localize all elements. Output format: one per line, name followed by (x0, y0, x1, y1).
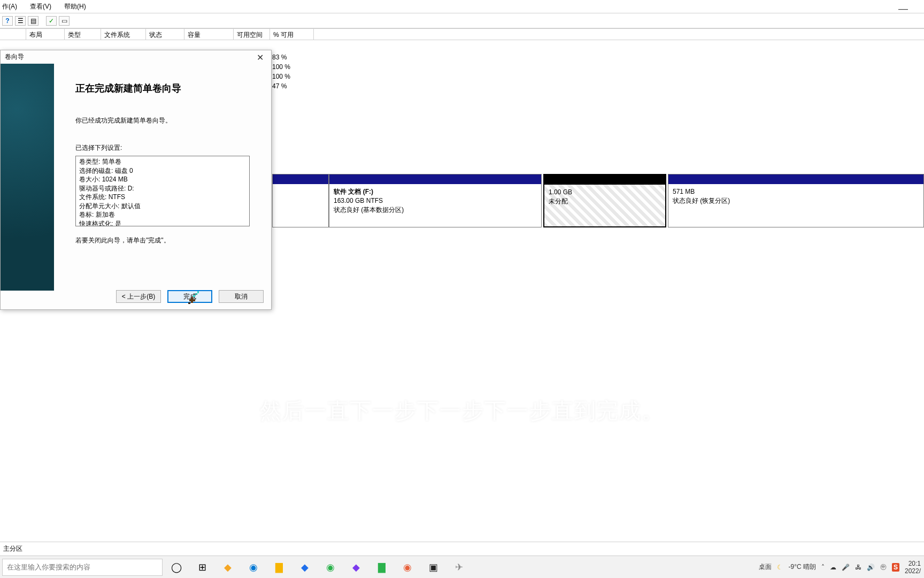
menu-action[interactable]: 作(A) (0, 0, 19, 13)
partition-unknown-left[interactable] (272, 174, 329, 227)
task-view-icon[interactable]: ⊞ (196, 561, 209, 574)
app-icon[interactable]: ✈ (452, 561, 465, 574)
app-icon[interactable]: ◆ (221, 561, 234, 574)
partition-unallocated[interactable]: 1.00 GB 未分配 (543, 174, 666, 227)
taskbar-pinned-apps: ◯ ⊞ ◆ ◉ ▇ ◆ ◉ ◆ ▇ ◉ ▣ ✈ (170, 561, 465, 574)
wizard-settings-label: 已选择下列设置: (75, 143, 258, 153)
app-icon[interactable]: ◉ (324, 561, 337, 574)
cortana-icon[interactable]: ◯ (170, 561, 183, 574)
col-type[interactable]: 类型 (65, 29, 101, 40)
window-minimize[interactable]: — (898, 3, 908, 14)
list-icon[interactable]: ☰ (15, 16, 26, 26)
col-pctfree[interactable]: % 可用 (270, 29, 314, 40)
desktop-label[interactable]: 桌面 (759, 562, 772, 572)
partition-f-title: 软件 文档 (F:) (334, 187, 537, 196)
details-icon[interactable]: ▤ (28, 16, 38, 26)
check-icon[interactable]: ✓ (46, 16, 57, 26)
legend-primary-partition: 主分区 (0, 542, 924, 556)
partition-recovery-size: 571 MB (673, 187, 919, 196)
wizard-success-text: 你已经成功完成新建简单卷向导。 (75, 116, 258, 125)
col-blank[interactable] (0, 29, 26, 40)
setting-line: 分配单元大小: 默认值 (79, 202, 246, 211)
setting-line: 卷类型: 简单卷 (79, 157, 246, 166)
firefox-icon[interactable]: ◉ (401, 561, 414, 574)
system-tray: 桌面 ☾ -9°C 晴朗 ˄ ☁ 🎤 🖧 🔊 ㊥ S 20:1 2022/ (759, 560, 924, 575)
partition-recovery-status: 状态良好 (恢复分区) (673, 196, 919, 206)
mic-icon[interactable]: 🎤 (842, 564, 850, 571)
help-icon[interactable]: ? (2, 16, 13, 26)
col-layout[interactable]: 布局 (26, 29, 65, 40)
pct-value: 100 % (272, 72, 290, 81)
partition-recovery[interactable]: 571 MB 状态良好 (恢复分区) (668, 174, 924, 227)
network-icon[interactable]: 🖧 (855, 564, 861, 571)
toolbar: ? ☰ ▤ ✓ ▭ (0, 13, 924, 28)
setting-line: 卷标: 新加卷 (79, 210, 246, 219)
clock-date: 2022/ (905, 567, 921, 575)
moon-icon: ☾ (777, 564, 783, 571)
setting-line: 选择的磁盘: 磁盘 0 (79, 166, 246, 176)
col-filesystem[interactable]: 文件系统 (101, 29, 146, 40)
partition-f-size: 163.00 GB NTFS (334, 196, 537, 206)
weather-text[interactable]: -9°C 晴朗 (788, 562, 815, 572)
back-button[interactable]: < 上一步(B) (116, 290, 161, 303)
ime-icon[interactable]: ㊥ (880, 562, 887, 572)
pct-value: 83 % (272, 52, 290, 62)
wizard-settings-list[interactable]: 卷类型: 简单卷 选择的磁盘: 磁盘 0 卷大小: 1024 MB 驱动器号或路… (75, 156, 250, 226)
wizard-side-graphic (1, 64, 54, 291)
wizard-titlebar: 卷向导 (1, 50, 271, 64)
cancel-button[interactable]: 取消 (219, 290, 264, 303)
col-capacity[interactable]: 容量 (184, 29, 234, 40)
volume-icon[interactable]: 🔊 (867, 564, 875, 571)
setting-line: 快速格式化: 是 (79, 219, 246, 227)
partition-unalloc-size: 1.00 GB (549, 188, 661, 197)
clock-time: 20:1 (905, 560, 921, 567)
app-icon[interactable]: ▇ (375, 561, 388, 574)
col-freespace[interactable]: 可用空间 (234, 29, 270, 40)
rect-icon[interactable]: ▭ (59, 16, 70, 26)
search-input[interactable]: 在这里输入你要搜索的内容 (2, 559, 163, 576)
setting-line: 文件系统: NTFS (79, 193, 246, 202)
wizard-close-hint: 若要关闭此向导，请单击"完成"。 (75, 236, 258, 245)
partition-unalloc-status: 未分配 (549, 197, 661, 206)
pct-value: 47 % (272, 81, 290, 91)
edge-icon[interactable]: ◉ (247, 561, 260, 574)
menu-view[interactable]: 查看(V) (28, 0, 53, 13)
close-icon[interactable]: ✕ (252, 52, 268, 63)
cloud-icon[interactable]: ☁ (830, 564, 836, 571)
setting-line: 卷大小: 1024 MB (79, 175, 246, 184)
video-subtitle: 然后一直下一步下一步下一步直到完成。 (0, 396, 924, 425)
wizard-heading: 正在完成新建简单卷向导 (75, 82, 258, 95)
pct-value: 100 % (272, 62, 290, 72)
column-header-row: 布局 类型 文件系统 状态 容量 可用空间 % 可用 (0, 28, 924, 40)
app-icon[interactable]: ◆ (298, 561, 311, 574)
col-status[interactable]: 状态 (146, 29, 184, 40)
wizard-button-row: < 上一步(B) 完成 取消 (1, 284, 271, 309)
partition-f-status: 状态良好 (基本数据分区) (334, 206, 537, 215)
volume-list-pct-column: 83 % 100 % 100 % 47 % (272, 52, 290, 91)
sogou-ime-icon[interactable]: S (892, 563, 899, 572)
finish-button[interactable]: 完成 (167, 290, 212, 303)
taskbar: 在这里输入你要搜索的内容 ◯ ⊞ ◆ ◉ ▇ ◆ ◉ ◆ ▇ ◉ ▣ ✈ 桌面 … (0, 556, 924, 578)
new-simple-volume-wizard: 卷向导 ✕ 正在完成新建简单卷向导 你已经成功完成新建简单卷向导。 已选择下列设… (0, 50, 272, 310)
taskbar-clock[interactable]: 20:1 2022/ (905, 560, 921, 575)
explorer-icon[interactable]: ▇ (273, 561, 286, 574)
menu-help[interactable]: 帮助(H) (62, 0, 88, 13)
setting-line: 驱动器号或路径: D: (79, 184, 246, 193)
menu-bar: 作(A) 查看(V) 帮助(H) (0, 0, 924, 13)
search-placeholder: 在这里输入你要搜索的内容 (7, 562, 90, 572)
app-icon[interactable]: ▣ (427, 561, 440, 574)
partition-f[interactable]: 软件 文档 (F:) 163.00 GB NTFS 状态良好 (基本数据分区) (329, 174, 542, 227)
disk-graphical-view: 软件 文档 (F:) 163.00 GB NTFS 状态良好 (基本数据分区) … (272, 174, 924, 227)
chevron-up-icon[interactable]: ˄ (821, 564, 825, 571)
app-icon[interactable]: ◆ (350, 561, 363, 574)
